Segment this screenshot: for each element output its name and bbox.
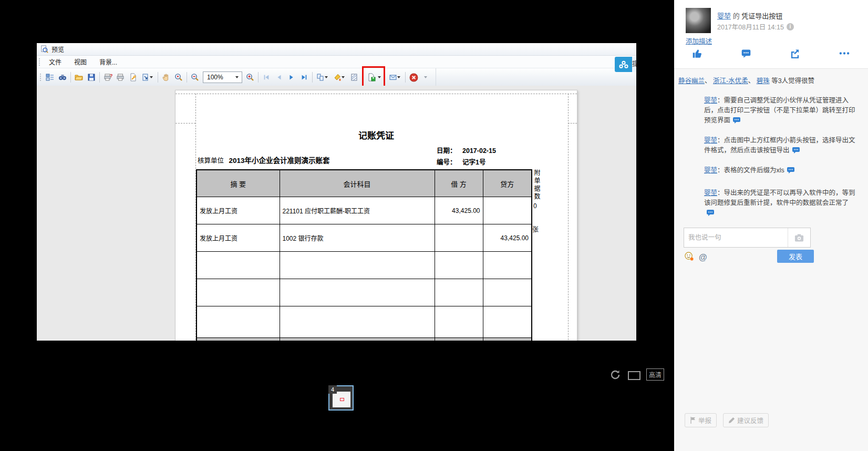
image-viewer: 预览 文件 视图 背景... ? 100% [0,0,868,451]
reply-bubble-icon[interactable] [787,167,795,177]
comment-panel: 婴堃 的 凭证导出按钮 2017年08月11日 14:15 i 添加描述 静谷幽… [674,0,868,451]
menu-item-view[interactable]: 视图 [68,57,93,66]
more-options-button[interactable] [420,71,432,84]
comment-item: 婴堃：表格的文件后缀为xls [674,163,868,180]
first-page-button[interactable] [260,71,273,84]
watermark-button[interactable] [348,71,360,84]
multi-page-dropdown-arrow[interactable] [325,76,328,78]
last-page-button[interactable] [298,71,311,84]
pencil-icon [728,417,735,424]
liker-link[interactable]: 碧珠 [757,77,770,85]
open-button[interactable] [73,71,85,84]
cell-credit [483,197,532,224]
reply-bubble-icon[interactable] [733,117,741,127]
background-color-button[interactable] [331,71,348,84]
share-button[interactable] [790,48,800,60]
page-size-button[interactable] [139,71,156,84]
close-preview-button[interactable] [407,71,420,84]
find-button[interactable] [56,71,69,84]
send-mail-button[interactable] [387,71,404,84]
commenter-link[interactable]: 婴堃 [704,137,717,144]
share-icon [790,48,800,58]
author-link[interactable]: 婴堃 [717,12,731,20]
col-header-debit: 借 方 [435,170,483,197]
comment-input[interactable] [684,228,788,247]
toolbar: ? 100% [37,68,636,87]
comment-text: ：需要自己调整凭证的小伙伴从凭证管理进入后，点击打印二字按钮（不是下拉菜单）跳转… [704,97,855,124]
comment-bubble-icon [741,48,751,58]
export-button[interactable] [365,71,378,84]
total-credit: 43425.00 [483,338,532,341]
export-dropdown-arrow[interactable] [378,76,381,78]
page-size-dropdown-arrow[interactable] [150,76,153,78]
zoom-level-dropdown-arrow[interactable] [235,76,239,78]
reply-bubble-icon[interactable] [707,209,715,219]
zoom-region-button[interactable] [172,71,185,84]
unit-value: 2013年小企业会计准则演示账套 [229,157,330,165]
print-setup-button[interactable]: ? [101,71,114,84]
background-color-dropdown-arrow[interactable] [342,76,345,78]
zoom-in-button[interactable] [244,71,256,84]
reply-bubble-icon[interactable] [792,147,800,157]
cell-credit [483,306,532,338]
table-total-row: 合 计 肆万叁仟肆佰贰拾伍元整 43425.00 43425.00 [197,338,532,341]
cell-debit [435,252,483,279]
menubar: 文件 视图 背景... [37,56,636,68]
total-debit: 43425.00 [435,338,483,341]
col-header-account: 会计科目 [280,170,435,197]
margin-guide [175,123,195,124]
likes-row: 静谷幽兰、 浙江-水优柔、 碧珠 等3人觉得很赞 [674,69,868,90]
emoji-button[interactable] [685,252,694,263]
toolbar-gripper [39,73,42,81]
thumbs-up-icon [692,48,702,58]
cell-summary: 发放上月工资 [197,224,280,252]
toolbar-separator [99,72,100,83]
more-options-dropdown-arrow [424,76,427,78]
panel-header: 婴堃 的 凭证导出按钮 2017年08月11日 14:15 i 添加描述 [674,0,868,68]
add-description-link[interactable]: 添加描述 [686,36,712,46]
liker-link[interactable]: 静谷幽兰 [678,77,705,85]
zoom-level-combo[interactable]: 100% [203,71,242,83]
page-setup-button[interactable] [127,71,139,84]
avatar[interactable] [686,8,711,33]
post-timestamp: 2017年08月11日 14:15 [717,22,784,32]
liker-link[interactable]: 浙江-水优柔 [713,77,748,85]
next-page-button[interactable] [285,71,298,84]
hd-badge[interactable]: 高清 [646,368,664,381]
fit-screen-button[interactable] [628,371,640,380]
report-button[interactable]: 举报 [685,413,717,427]
cell-summary [197,306,280,338]
toolbar-separator [70,72,71,83]
flag-icon [690,417,696,424]
feedback-button[interactable]: 建议反馈 [723,413,769,427]
previous-page-button[interactable] [273,71,285,84]
menu-item-file[interactable]: 文件 [43,57,68,66]
info-icon[interactable]: i [787,23,794,30]
post-title-row: 婴堃 的 凭证导出按钮 [717,11,782,20]
commenter-link[interactable]: 婴堃 [704,189,717,197]
cloud-save-button[interactable]: 提 [615,57,636,72]
menu-item-background[interactable]: 背景... [93,57,123,66]
comment-button[interactable] [741,48,751,60]
mention-button[interactable]: @ [699,253,707,262]
more-actions-button[interactable] [839,48,850,60]
thumbnail-panel-button[interactable] [44,71,56,84]
panel-footer: 举报 建议反馈 [685,413,769,427]
commenter-link[interactable]: 婴堃 [704,97,717,104]
publish-button[interactable]: 发表 [777,250,814,263]
multi-page-view-button[interactable] [314,71,331,84]
pan-button[interactable] [160,71,172,84]
send-mail-dropdown-arrow[interactable] [397,76,400,78]
watermark-icon [350,73,358,81]
table-row: 发放上月工资 221101 应付职工薪酬-职工工资 43,425.00 [197,197,532,224]
print-button[interactable] [114,71,127,84]
close-preview-icon [409,73,418,82]
cloud-icon [615,57,632,72]
attach-image-button[interactable] [788,228,810,247]
zoom-out-button[interactable] [189,71,201,84]
save-button[interactable] [85,71,98,84]
like-button[interactable] [692,48,702,60]
commenter-link[interactable]: 婴堃 [704,167,717,174]
thumbnail[interactable]: 4 [328,385,354,411]
rotate-image-button[interactable] [609,369,621,383]
